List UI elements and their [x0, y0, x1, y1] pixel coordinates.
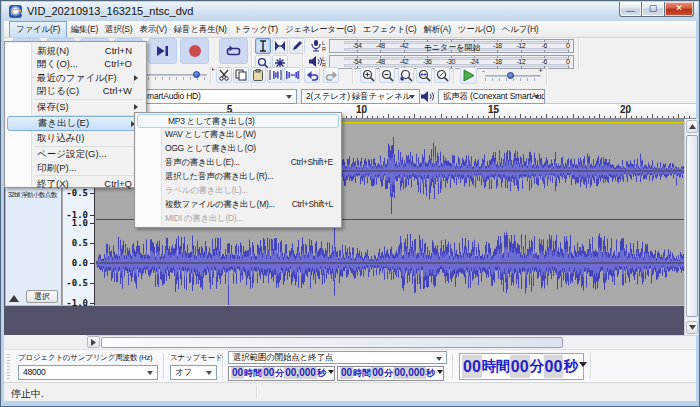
dropdown-arrow-icon: [437, 370, 443, 377]
menu-item[interactable]: WAV として書き出し(W): [135, 128, 341, 142]
slider-thumb[interactable]: [193, 71, 200, 78]
recording-meter[interactable]: -54-48-42-18-12-60モニターを開始: [329, 39, 574, 53]
meter-scale-label: -54: [353, 42, 362, 49]
horizontal-scroll-thumb[interactable]: [101, 337, 563, 348]
menubar-item-9[interactable]: 解析(A): [420, 21, 454, 37]
menu-item[interactable]: ラベルの書き出し(L)...: [135, 184, 341, 198]
menubar-item-5[interactable]: 録音と再生(N): [170, 21, 230, 37]
menubar-item-4[interactable]: 表示(V): [136, 21, 170, 37]
time-unit-label: 分: [384, 367, 393, 379]
window-title: VID_20210913_163215_ntsc_dvd: [27, 5, 193, 17]
menubar-item-6[interactable]: トラック(T): [230, 21, 281, 37]
cut-button[interactable]: [216, 67, 232, 83]
horizontal-scrollbar[interactable]: [4, 335, 696, 349]
playback-device-combo[interactable]: 拡声器 (Conexant SmartAudio HD): [438, 89, 545, 104]
meter-scale-label: 0: [566, 42, 569, 49]
envelope-tool-button[interactable]: [272, 38, 288, 54]
menubar-item-8[interactable]: エフェクト(C): [359, 21, 420, 37]
track-select-button[interactable]: 選択: [26, 290, 58, 303]
menubar-item-10[interactable]: ツール(O): [454, 21, 498, 37]
menu-item[interactable]: 閉じる(C)Ctrl+W: [5, 84, 146, 97]
meter-scale-label: -6: [542, 58, 547, 65]
time-digits: 00: [340, 367, 353, 379]
meter-scale-label: -18: [493, 42, 502, 49]
menu-item[interactable]: MIDI の書き出し(D)...: [135, 212, 341, 226]
selection-start-field[interactable]: 00時間00分00,000秒: [228, 366, 335, 381]
menu-item[interactable]: 印刷(P)...: [5, 161, 146, 174]
menu-item[interactable]: ページ設定(G)...: [5, 147, 146, 160]
skip-to-end-button[interactable]: [148, 38, 177, 64]
scroll-down-arrow[interactable]: [686, 321, 698, 334]
undo-button[interactable]: [304, 67, 320, 83]
menu-item[interactable]: 開く(O)...Ctrl+O: [5, 57, 146, 70]
menu-item[interactable]: 取り込み(I): [5, 131, 146, 144]
loop-button[interactable]: [219, 38, 248, 64]
menu-item[interactable]: 保存(S): [5, 100, 146, 113]
track-format-label: 32bit 浮動小数点数: [8, 191, 61, 200]
zoom-in-button[interactable]: [360, 67, 376, 83]
combo-value: 選択範囲の開始点と終了点: [233, 352, 333, 362]
maximize-button[interactable]: ▢: [641, 2, 665, 17]
combo-value: オフ: [175, 367, 192, 377]
vertical-scroll-thumb[interactable]: [686, 135, 698, 317]
zoom-out-button[interactable]: [379, 67, 395, 83]
selection-toolbar: プロジェクトのサンプリング周波数 (Hz) 48000 スナップモード オフ 選…: [4, 349, 696, 382]
monitor-start-label[interactable]: モニターを開始: [424, 42, 481, 53]
play-at-speed-button[interactable]: [460, 67, 477, 84]
copy-button[interactable]: [233, 67, 249, 83]
menu-item[interactable]: 書き出し(E): [7, 116, 144, 131]
selection-range-combo[interactable]: 選択範囲の開始点と終了点: [228, 351, 447, 364]
play-meter-lr-labels: LR: [322, 56, 326, 68]
menu-item[interactable]: 新規(N)Ctrl+N: [5, 44, 146, 57]
scroll-right-arrow[interactable]: [87, 336, 100, 348]
paste-button[interactable]: [250, 67, 266, 83]
dropdown-arrow-icon: [328, 370, 334, 377]
redo-button[interactable]: [323, 67, 339, 83]
menu-item[interactable]: MP3 として書き出し(3): [137, 114, 339, 128]
zoom-selection-button[interactable]: [398, 67, 414, 83]
close-button[interactable]: ✕: [664, 2, 694, 17]
combo-value: 2(ステレオ) 録音チャンネル: [306, 91, 411, 101]
menubar-item-1[interactable]: ファイル(F): [9, 21, 67, 37]
selection-end-field[interactable]: 00時間00分00,000秒: [337, 366, 444, 381]
menu-item[interactable]: OGG として書き出し(O): [135, 142, 341, 156]
menubar-item-3[interactable]: 選択(S): [102, 21, 136, 37]
menu-item[interactable]: 選択した音声の書き出し(R)...: [135, 170, 341, 184]
meter-scale-label: -30: [446, 58, 455, 65]
play-speed-slider[interactable]: -+: [485, 67, 541, 85]
silence-audio-button[interactable]: [284, 67, 300, 83]
menu-item[interactable]: 複数ファイルの書き出し(M)...Ctrl+Shift+L: [135, 198, 341, 212]
meter-scale-label: -12: [516, 42, 525, 49]
menu-item[interactable]: 終了(X)Ctrl+Q: [5, 177, 146, 190]
slider-thumb[interactable]: [507, 72, 514, 79]
record-button[interactable]: [180, 38, 209, 64]
menubar-item-7[interactable]: ジェネレーター(G): [281, 21, 359, 37]
titlebar[interactable]: VID_20210913_163215_ntsc_dvd — ▢ ✕: [2, 2, 698, 21]
trim-audio-button[interactable]: [267, 67, 283, 83]
menubar-item-2[interactable]: 編集(E): [67, 21, 101, 37]
audacity-logo-icon: [9, 5, 22, 18]
menubar-item-11[interactable]: ヘルプ(H): [498, 21, 542, 37]
zoom-toggle-button[interactable]: [434, 67, 450, 83]
time-digits: 00,000: [393, 367, 426, 379]
meter-scale-label: -42: [399, 58, 408, 65]
time-unit-label: 秒: [317, 367, 326, 379]
menu-item[interactable]: 音声の書き出し(E)...Ctrl+Shift+E: [135, 156, 341, 170]
sample-rate-combo[interactable]: 48000: [18, 365, 158, 380]
track-collapse-button[interactable]: [9, 290, 19, 302]
selection-tool-button[interactable]: [255, 38, 271, 54]
time-unit-label: 時間: [482, 355, 510, 378]
minimize-button[interactable]: —: [619, 2, 642, 17]
scroll-up-arrow[interactable]: [686, 120, 698, 133]
vertical-scrollbar[interactable]: [684, 119, 698, 335]
snap-mode-combo[interactable]: オフ: [170, 365, 217, 380]
audio-position-display[interactable]: 00時間00分00秒: [459, 353, 584, 380]
fit-project-button[interactable]: [416, 67, 432, 83]
sample-rate-label: プロジェクトのサンプリング周波数 (Hz): [18, 353, 152, 363]
time-digits: 00: [510, 355, 530, 378]
playback-volume-slider[interactable]: +: [141, 66, 207, 84]
recording-channels-combo[interactable]: 2(ステレオ) 録音チャンネル: [301, 89, 420, 104]
menu-item[interactable]: 最近のファイル(F): [5, 71, 146, 84]
snap-mode-label: スナップモード: [170, 353, 222, 363]
time-unit-label: 分: [275, 367, 284, 379]
